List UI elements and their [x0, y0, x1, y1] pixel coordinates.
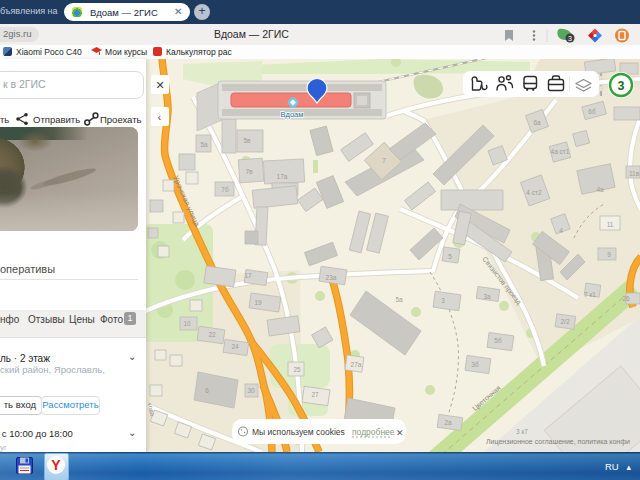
svg-text:3 к7: 3 к7: [516, 428, 528, 435]
svg-text:3: 3: [568, 35, 572, 42]
svg-text:5: 5: [448, 253, 452, 260]
svg-text:5а: 5а: [395, 296, 403, 303]
svg-text:6: 6: [205, 387, 209, 394]
svg-text:17а: 17а: [277, 173, 288, 180]
svg-text:7б: 7б: [221, 186, 229, 193]
svg-text:22: 22: [208, 331, 216, 338]
svg-text:7в: 7в: [245, 168, 253, 175]
svg-text:19: 19: [254, 299, 262, 306]
svg-text:6б: 6б: [588, 108, 596, 115]
svg-text:3: 3: [618, 79, 625, 93]
svg-text:23а: 23а: [326, 274, 337, 281]
svg-text:9: 9: [607, 251, 611, 258]
svg-text:27: 27: [311, 391, 319, 398]
svg-text:Мы используем cookies: Мы используем cookies: [252, 427, 345, 437]
svg-text:2а: 2а: [444, 419, 452, 426]
svg-text:11в: 11в: [629, 170, 640, 177]
svg-text:6а: 6а: [533, 119, 541, 126]
svg-text:24: 24: [231, 343, 239, 350]
svg-text:11: 11: [607, 221, 614, 228]
svg-text:5б: 5б: [494, 337, 502, 344]
svg-text:✕: ✕: [155, 79, 164, 91]
svg-text:7 к1: 7 к1: [584, 291, 596, 298]
svg-text:26: 26: [622, 295, 630, 302]
svg-text:10: 10: [183, 320, 191, 327]
svg-text:17: 17: [244, 272, 252, 279]
svg-text:5в: 5в: [243, 137, 251, 144]
svg-text:Лицензионное соглашение, полит: Лицензионное соглашение, политика конфи: [486, 438, 630, 446]
svg-text:25: 25: [293, 366, 301, 373]
svg-text:7: 7: [382, 157, 386, 164]
svg-text:3б: 3б: [471, 361, 479, 368]
svg-text:3а: 3а: [483, 293, 491, 300]
svg-text:2/2: 2/2: [560, 318, 569, 325]
svg-text:✕: ✕: [396, 428, 404, 438]
svg-text:4: 4: [559, 227, 563, 234]
svg-text:4 ст2: 4 ст2: [526, 189, 542, 196]
svg-text:4а: 4а: [596, 186, 604, 193]
svg-text:3: 3: [441, 297, 445, 304]
svg-text:5а: 5а: [200, 141, 208, 148]
svg-text:Вдоам: Вдоам: [281, 110, 304, 119]
svg-text:‹: ‹: [158, 112, 161, 123]
svg-text:30: 30: [247, 387, 255, 394]
svg-text:4а ст1: 4а ст1: [551, 148, 570, 155]
svg-text:подробнее: подробнее: [352, 427, 395, 437]
svg-text:27а: 27а: [351, 361, 362, 368]
